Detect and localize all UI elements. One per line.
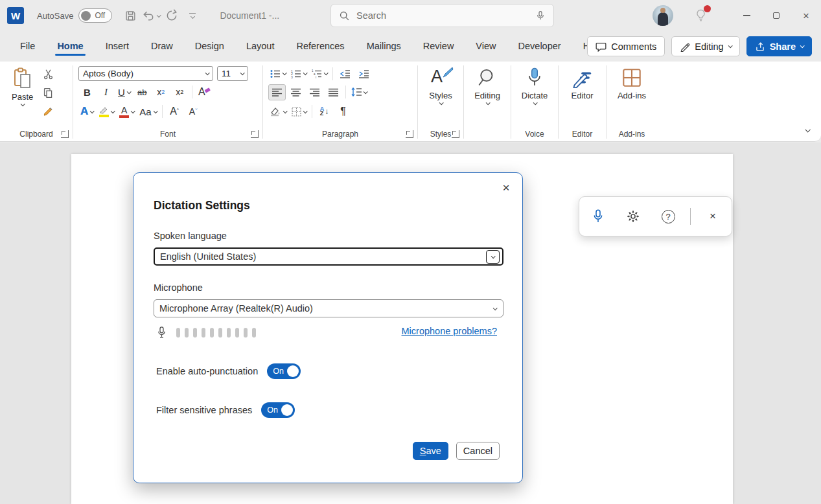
save-button[interactable]: [121, 6, 139, 25]
tab-layout[interactable]: Layout: [235, 33, 286, 60]
italic-button[interactable]: I: [97, 84, 115, 100]
font-name-combo[interactable]: Aptos (Body): [78, 66, 213, 81]
strikethrough-button[interactable]: ab: [133, 84, 151, 100]
underline-button[interactable]: U: [116, 84, 132, 100]
multilevel-list-button[interactable]: 1ai: [310, 65, 329, 82]
sort-button[interactable]: AZ ↓: [316, 104, 333, 120]
dictation-settings-button[interactable]: [624, 207, 642, 225]
editing-mode-dropdown[interactable]: Editing: [671, 36, 739, 56]
superscript-button[interactable]: x2: [171, 84, 189, 100]
shading-button[interactable]: [268, 104, 288, 120]
font-color-button[interactable]: A: [117, 104, 136, 120]
tab-view[interactable]: View: [465, 33, 507, 60]
shading-icon: [270, 107, 281, 117]
tab-mailings[interactable]: Mailings: [356, 33, 412, 60]
maximize-button[interactable]: [761, 0, 791, 31]
styles-button[interactable]: A Styles: [418, 65, 463, 108]
spoken-language-select[interactable]: English (United States): [154, 247, 503, 266]
bullets-button[interactable]: [268, 65, 288, 82]
autosave-toggle[interactable]: Off: [78, 8, 112, 23]
align-center-button[interactable]: [287, 84, 305, 100]
undo-dropdown-chevron-icon[interactable]: [157, 13, 161, 17]
line-spacing-button[interactable]: [349, 84, 369, 100]
tab-draw[interactable]: Draw: [140, 33, 184, 60]
search-box[interactable]: Search: [330, 4, 554, 27]
format-painter-icon: [43, 106, 54, 117]
change-case-button[interactable]: Aa: [137, 104, 158, 120]
customize-qat-button[interactable]: [183, 6, 202, 25]
editing-button[interactable]: Editing: [464, 65, 511, 108]
document-title: Document1 -...: [220, 10, 279, 21]
tab-file[interactable]: File: [9, 33, 46, 60]
font-size-combo[interactable]: 11: [217, 66, 248, 81]
paste-button[interactable]: Paste: [8, 65, 37, 120]
whats-new-button[interactable]: [691, 6, 710, 25]
dialog-close-button[interactable]: ×: [498, 179, 515, 196]
filter-phrases-toggle[interactable]: On: [261, 402, 295, 418]
bold-button[interactable]: B: [78, 84, 96, 100]
search-mic-icon[interactable]: [535, 10, 546, 21]
borders-button[interactable]: [290, 104, 308, 120]
copy-button[interactable]: [40, 85, 57, 101]
cancel-button[interactable]: Cancel: [456, 442, 500, 460]
auto-punctuation-toggle[interactable]: On: [267, 363, 301, 379]
align-right-button[interactable]: [306, 84, 323, 100]
editor-button[interactable]: Editor: [559, 65, 606, 103]
tab-design[interactable]: Design: [184, 33, 235, 60]
redo-button[interactable]: [163, 6, 181, 25]
tab-developer[interactable]: Developer: [507, 33, 572, 60]
filter-phrases-state: On: [267, 406, 281, 415]
dictation-help-button[interactable]: ?: [659, 207, 677, 225]
spoken-language-dropdown-button[interactable]: [486, 250, 500, 264]
dictation-close-button[interactable]: ×: [704, 207, 722, 225]
font-dialog-launcher[interactable]: [251, 130, 259, 138]
paragraph-dialog-launcher[interactable]: [406, 130, 413, 138]
ribbon: Paste: [0, 62, 821, 142]
addins-group: Add-ins Add-ins: [607, 62, 657, 141]
minimize-button[interactable]: [732, 0, 761, 31]
align-left-button[interactable]: [268, 84, 286, 100]
increase-indent-button[interactable]: [355, 65, 373, 82]
addins-button[interactable]: Add-ins: [607, 65, 657, 103]
tab-references[interactable]: References: [285, 33, 355, 60]
clipboard-dialog-launcher[interactable]: [61, 130, 69, 138]
comments-button[interactable]: Comments: [587, 36, 665, 56]
user-avatar[interactable]: [653, 5, 673, 26]
mic-level-bar: [176, 328, 180, 338]
show-hide-marks-button[interactable]: ¶: [334, 104, 352, 120]
tab-home[interactable]: Home: [46, 33, 94, 60]
numbering-button[interactable]: 123: [289, 65, 308, 82]
styles-dialog-launcher[interactable]: [452, 130, 459, 138]
microphone-select[interactable]: Microphone Array (Realtek(R) Audio): [154, 299, 503, 317]
close-window-button[interactable]: ×: [791, 0, 821, 31]
dictate-button[interactable]: Dictate: [511, 65, 558, 108]
customize-qat-icon: [189, 13, 196, 18]
toolbar-divider: [690, 208, 691, 225]
autosave-control[interactable]: AutoSave Off: [37, 8, 112, 23]
close-icon: ×: [803, 10, 809, 21]
highlight-button[interactable]: [97, 104, 116, 120]
decrease-indent-button[interactable]: [336, 65, 354, 82]
cut-button[interactable]: [40, 66, 57, 82]
share-button[interactable]: Share: [746, 36, 812, 56]
text-effects-button[interactable]: A: [78, 104, 95, 120]
shrink-font-button[interactable]: Aˇ: [185, 104, 202, 120]
collapse-ribbon-button[interactable]: [805, 127, 810, 132]
subscript-button[interactable]: x2: [152, 84, 170, 100]
clear-formatting-button[interactable]: A: [196, 84, 213, 100]
microphone-problems-link[interactable]: Microphone problems?: [402, 326, 498, 336]
undo-button[interactable]: [142, 6, 160, 25]
tab-review[interactable]: Review: [412, 33, 465, 60]
dictation-mic-button[interactable]: [589, 207, 607, 225]
search-input[interactable]: Search: [356, 10, 529, 21]
tab-insert[interactable]: Insert: [95, 33, 140, 60]
undo-icon: [142, 9, 155, 22]
font-name-chevron-icon: [205, 71, 210, 75]
justify-button[interactable]: [325, 84, 342, 100]
shading-chevron-icon: [283, 109, 288, 113]
save-settings-button[interactable]: Save: [413, 442, 448, 460]
format-painter-button[interactable]: [40, 104, 57, 120]
word-logo-icon[interactable]: W: [7, 7, 24, 24]
grow-font-button[interactable]: Aˆ: [166, 104, 183, 120]
voice-group: Dictate Voice: [511, 62, 558, 141]
